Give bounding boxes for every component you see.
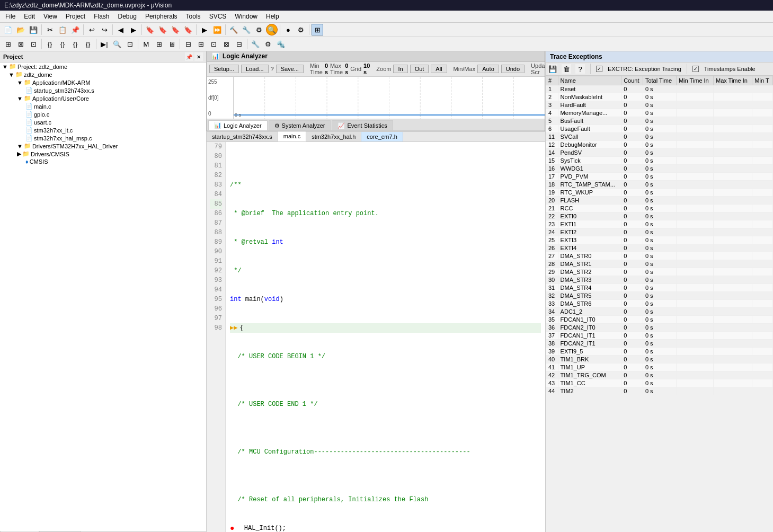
menu-help[interactable]: Help xyxy=(263,12,282,21)
trace-row[interactable]: 15 SysTick 0 0 s xyxy=(546,157,773,165)
trace-row[interactable]: 1 Reset 0 0 s xyxy=(546,85,773,93)
menu-peripherals[interactable]: Peripherals xyxy=(142,12,181,21)
tb-run[interactable]: ▶ xyxy=(199,24,210,36)
tree-hal-driver[interactable]: ▼ 📁 Drivers/STM32H7xx_HAL_Driver xyxy=(0,142,206,150)
menu-flash[interactable]: Flash xyxy=(91,12,112,21)
tb-fwd[interactable]: ▶ xyxy=(128,24,139,36)
menu-project[interactable]: Project xyxy=(63,12,88,21)
tb-build[interactable]: 🔨 xyxy=(228,24,239,36)
tb2-btn7[interactable]: {} xyxy=(82,38,94,50)
tree-cmsis[interactable]: ♦ CMSIS xyxy=(0,158,206,165)
tb2-tool[interactable]: 🔧 xyxy=(250,38,261,50)
trace-row[interactable]: 20 FLASH 0 0 s xyxy=(546,197,773,205)
la-zoom-in[interactable]: In xyxy=(393,65,407,73)
trace-row[interactable]: 43 TIM1_CC 0 0 s xyxy=(546,379,773,387)
trace-row[interactable]: 30 DMA_STR3 0 0 s xyxy=(546,276,773,284)
tree-main-c[interactable]: 📄 main.c xyxy=(0,102,206,110)
trace-row[interactable]: 24 EXTI2 0 0 s xyxy=(546,228,773,236)
trace-row[interactable]: 6 UsageFault 0 0 s xyxy=(546,125,773,133)
editor-tab-main[interactable]: main.c xyxy=(278,131,306,141)
code-area[interactable]: 79 80 81 82 83 84 85 86 87 88 89 90 91 9… xyxy=(207,142,545,532)
tb-bookmark3[interactable]: 🔖 xyxy=(170,24,181,36)
trace-row[interactable]: 18 RTC_TAMP_STAM... 0 0 s xyxy=(546,181,773,189)
trace-row[interactable]: 44 TIM2 0 0 s xyxy=(546,387,773,395)
trace-row[interactable]: 36 FDCAN2_IT0 0 0 s xyxy=(546,324,773,332)
tb2-tool3[interactable]: 🔩 xyxy=(275,38,287,50)
trace-row[interactable]: 5 BusFault 0 0 s xyxy=(546,117,773,125)
trace-row[interactable]: 39 EXTI9_5 0 0 s xyxy=(546,348,773,356)
tree-cmsis-folder[interactable]: ▶ 📁 Drivers/CMSIS xyxy=(0,150,206,158)
tb-copy[interactable]: 📋 xyxy=(57,24,68,36)
trace-row[interactable]: 41 TIM1_UP 0 0 s xyxy=(546,363,773,371)
tb2-mem3[interactable]: 🖥 xyxy=(166,38,177,50)
la-load-btn[interactable]: Load... xyxy=(241,65,269,73)
tb-back[interactable]: ◀ xyxy=(115,24,127,36)
tb-search-highlighted[interactable]: 🔍 xyxy=(266,24,278,36)
tb2-periph5[interactable]: ⊟ xyxy=(233,38,245,50)
tree-startup[interactable]: 📄 startup_stm32h743xx.s xyxy=(0,86,206,94)
tb2-periph2[interactable]: ⊞ xyxy=(195,38,207,50)
tb-paste[interactable]: 📌 xyxy=(69,24,81,36)
project-pin[interactable]: 📌 xyxy=(185,52,193,61)
menu-view[interactable]: View xyxy=(40,12,60,21)
trace-row[interactable]: 29 DMA_STR2 0 0 s xyxy=(546,268,773,276)
la-tab-system[interactable]: ⚙ System Analyzer xyxy=(269,120,331,130)
tb2-btn5[interactable]: {} xyxy=(57,38,68,50)
trace-row[interactable]: 4 MemoryManage... 0 0 s xyxy=(546,109,773,117)
tb2-btn6[interactable]: {} xyxy=(69,38,81,50)
tb-trace-exceptions[interactable]: ⊞ xyxy=(312,24,323,36)
tb2-zoom[interactable]: 🔍 xyxy=(111,38,123,50)
la-setup-btn[interactable]: Setup... xyxy=(209,65,239,73)
trace-row[interactable]: 22 EXTI0 0 0 s xyxy=(546,212,773,220)
trace-tb-help[interactable]: ? xyxy=(575,64,585,74)
tb2-btn4[interactable]: {} xyxy=(44,38,56,50)
tb-save[interactable]: 💾 xyxy=(28,24,39,36)
tb2-mem[interactable]: M xyxy=(140,38,152,50)
trace-table-wrap[interactable]: # Name Count Total Time Min Time In Max … xyxy=(546,76,773,532)
timestamps-checkbox[interactable]: ✓ xyxy=(692,66,699,72)
tb-build3[interactable]: ⚙ xyxy=(253,24,265,36)
tb2-periph[interactable]: ⊟ xyxy=(182,38,194,50)
la-zoom-out[interactable]: Out xyxy=(410,65,429,73)
tree-project-root[interactable]: ▼ 📁 Project: zdtz_dome xyxy=(0,63,206,70)
menu-edit[interactable]: Edit xyxy=(21,12,38,21)
editor-tab-cm7[interactable]: core_cm7.h xyxy=(361,132,403,141)
trace-tb-save[interactable]: 💾 xyxy=(548,64,557,74)
trace-row[interactable]: 26 EXTI4 0 0 s xyxy=(546,244,773,252)
trace-row[interactable]: 27 DMA_STR0 0 0 s xyxy=(546,252,773,260)
trace-row[interactable]: 17 PVD_PVM 0 0 s xyxy=(546,173,773,181)
tb2-mem2[interactable]: ⊞ xyxy=(153,38,165,50)
la-zoom-all[interactable]: All xyxy=(431,65,447,73)
menu-window[interactable]: Window xyxy=(232,12,261,21)
tb-bookmark[interactable]: 🔖 xyxy=(144,24,156,36)
tb2-periph4[interactable]: ⊠ xyxy=(220,38,232,50)
trace-row[interactable]: 14 PendSV 0 0 s xyxy=(546,149,773,157)
tree-hal-msp[interactable]: 📄 stm32h7xx_hal_msp.c xyxy=(0,134,206,142)
trace-row[interactable]: 28 DMA_STR1 0 0 s xyxy=(546,260,773,268)
code-content[interactable]: /** * @brief The application entry point… xyxy=(226,142,545,532)
tb-new[interactable]: 📄 xyxy=(2,24,14,36)
trace-row[interactable]: 25 EXTI3 0 0 s xyxy=(546,236,773,244)
project-close[interactable]: ✕ xyxy=(194,52,203,61)
trace-row[interactable]: 2 NonMaskableInt 0 0 s xyxy=(546,93,773,101)
tb-build2[interactable]: 🔧 xyxy=(241,24,252,36)
tb-bookmark4[interactable]: 🔖 xyxy=(182,24,194,36)
trace-row[interactable]: 21 RCC 0 0 s xyxy=(546,205,773,212)
menu-svcs[interactable]: SVCS xyxy=(206,12,230,21)
tree-zdtz-dome[interactable]: ▼ 📁 zdtz_dome xyxy=(0,70,206,78)
trace-row[interactable]: 23 EXTI1 0 0 s xyxy=(546,220,773,228)
menu-debug[interactable]: Debug xyxy=(115,12,140,21)
trace-tb-clear[interactable]: 🗑 xyxy=(562,64,571,74)
tb2-tool2[interactable]: ⚙ xyxy=(262,38,274,50)
trace-row[interactable]: 33 DMA_STR6 0 0 s xyxy=(546,300,773,308)
trace-row[interactable]: 16 WWDG1 0 0 s xyxy=(546,165,773,173)
tb-bookmark2[interactable]: 🔖 xyxy=(157,24,168,36)
la-chart[interactable]: 0 s xyxy=(234,77,545,119)
tb-more[interactable]: ● xyxy=(282,24,294,36)
tree-gpio-c[interactable]: 📄 gpio.c xyxy=(0,110,206,118)
tb2-btn2[interactable]: ⊠ xyxy=(15,38,26,50)
trace-row[interactable]: 31 DMA_STR4 0 0 s xyxy=(546,284,773,292)
la-undo-btn[interactable]: Undo xyxy=(501,65,525,73)
tb-redo[interactable]: ↪ xyxy=(99,24,110,36)
tree-mdk-arm[interactable]: ▼ 📁 Application/MDK-ARM xyxy=(0,78,206,86)
